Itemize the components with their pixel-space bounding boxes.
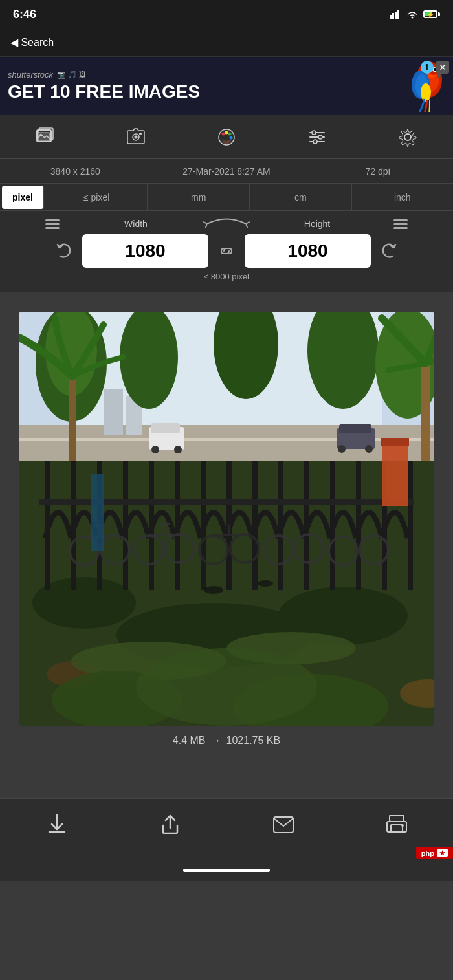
image-dimensions: 3840 x 2160 xyxy=(0,166,151,177)
image-date: 27-Mar-2021 8:27 AM xyxy=(151,166,302,177)
svg-point-105 xyxy=(136,648,317,726)
svg-point-30 xyxy=(312,131,316,135)
ad-logo-text: shutterstock xyxy=(8,70,53,80)
height-label: Height xyxy=(226,219,408,229)
home-bar xyxy=(183,869,270,872)
ad-content: shutterstock 📷 🎵 🖼 GET 10 FREE IMAGES xyxy=(0,70,387,102)
battery-icon: ⚡ xyxy=(423,10,440,18)
width-hamburger-icon[interactable] xyxy=(45,219,60,229)
svg-point-25 xyxy=(228,132,232,135)
info-bar: 3840 x 2160 27-Mar-2021 8:27 AM 72 dpi xyxy=(0,159,453,184)
camera-button[interactable] xyxy=(119,120,153,154)
svg-rect-0 xyxy=(390,15,392,19)
preview-image-container xyxy=(19,312,434,726)
bottom-bar xyxy=(0,798,453,856)
svg-rect-53 xyxy=(339,424,371,433)
svg-point-32 xyxy=(313,140,317,144)
settings-button[interactable] xyxy=(391,120,425,154)
svg-rect-96 xyxy=(91,474,104,551)
width-label: Width xyxy=(45,219,226,229)
height-input[interactable]: 1080 xyxy=(245,234,371,268)
ad-close-area[interactable]: i ✕ xyxy=(421,61,449,74)
tab-pixel[interactable]: pixel xyxy=(2,186,44,209)
ad-logo: shutterstock 📷 🎵 🖼 xyxy=(8,70,387,80)
tab-mm[interactable]: mm xyxy=(148,184,250,211)
tab-cm[interactable]: cm xyxy=(250,184,352,211)
svg-point-50 xyxy=(151,446,159,453)
svg-point-101 xyxy=(204,586,223,594)
tab-le-pixel[interactable]: ≤ pixel xyxy=(46,184,148,211)
svg-rect-38 xyxy=(104,389,123,435)
php-badge-container: php ★ xyxy=(0,856,453,859)
undo-button[interactable] xyxy=(50,237,78,265)
file-size-info: 4.4 MB → 1021.75 KB xyxy=(173,735,280,746)
svg-rect-108 xyxy=(387,822,406,832)
original-size: 4.4 MB xyxy=(173,735,206,746)
dim-controls: Width Height 1080 1080 xyxy=(0,211,453,292)
dim-hint: ≤ 8000 pixel xyxy=(6,272,447,281)
svg-rect-107 xyxy=(390,815,404,822)
svg-point-110 xyxy=(401,824,404,827)
link-button[interactable] xyxy=(212,237,241,265)
svg-point-51 xyxy=(174,446,182,453)
back-button[interactable]: ◀ Search xyxy=(10,36,54,49)
photo-scene xyxy=(19,312,434,726)
height-hamburger-icon[interactable] xyxy=(393,219,408,229)
svg-point-26 xyxy=(230,136,233,139)
unit-tabs: pixel ≤ pixel mm cm inch xyxy=(0,184,453,211)
tab-inch[interactable]: inch xyxy=(352,184,454,211)
svg-rect-49 xyxy=(151,423,180,433)
svg-point-20 xyxy=(135,135,138,138)
svg-point-11 xyxy=(421,83,431,102)
ad-banner: shutterstock 📷 🎵 🖼 GET 10 FREE IMAGES xyxy=(0,57,453,115)
wifi-icon xyxy=(406,10,418,19)
status-bar: 6:46 ⚡ xyxy=(0,0,453,28)
svg-point-24 xyxy=(225,131,228,134)
dim-labels: Width Height xyxy=(6,219,447,229)
toolbar xyxy=(0,115,453,159)
ad-close-button[interactable]: ✕ xyxy=(436,61,449,74)
redo-button[interactable] xyxy=(375,237,403,265)
svg-rect-95 xyxy=(381,438,409,446)
svg-rect-74 xyxy=(408,461,413,590)
gallery-button[interactable] xyxy=(28,120,62,154)
share-button[interactable] xyxy=(151,805,190,844)
width-input[interactable]: 1080 xyxy=(82,234,208,268)
download-button[interactable] xyxy=(38,805,76,844)
link-arrow-area xyxy=(201,214,252,234)
ad-info-button[interactable]: i xyxy=(421,61,434,74)
image-dpi: 72 dpi xyxy=(302,166,453,177)
status-time: 6:46 xyxy=(13,8,36,21)
svg-rect-2 xyxy=(395,12,397,19)
svg-rect-3 xyxy=(397,10,399,19)
ad-logo-icons: 📷 🎵 🖼 xyxy=(57,71,86,79)
svg-point-33 xyxy=(404,134,411,140)
print-button[interactable] xyxy=(377,805,416,844)
svg-point-54 xyxy=(338,445,346,453)
svg-point-55 xyxy=(365,445,373,453)
nav-bar: ◀ Search xyxy=(0,28,453,57)
svg-point-4 xyxy=(412,17,414,19)
svg-rect-21 xyxy=(139,133,142,135)
mail-button[interactable] xyxy=(264,805,303,844)
signal-icon xyxy=(390,10,401,19)
palette-button[interactable] xyxy=(210,120,243,154)
preview-area: 4.4 MB → 1021.75 KB xyxy=(0,292,453,759)
svg-rect-1 xyxy=(392,13,394,19)
filters-button[interactable] xyxy=(300,120,334,154)
status-icons: ⚡ xyxy=(390,10,440,19)
swap-arrows-icon xyxy=(201,214,252,234)
php-badge: php ★ xyxy=(416,847,453,859)
resized-size: 1021.75 KB xyxy=(226,735,281,746)
ad-headline-text: GET 10 FREE IMAGES xyxy=(8,82,200,102)
svg-point-23 xyxy=(222,132,225,135)
svg-rect-94 xyxy=(382,441,408,506)
svg-point-102 xyxy=(258,580,273,587)
svg-rect-106 xyxy=(274,817,293,833)
ad-headline[interactable]: GET 10 FREE IMAGES xyxy=(8,82,387,102)
size-arrow: → xyxy=(211,735,221,746)
svg-point-18 xyxy=(39,134,42,136)
dim-row: 1080 1080 xyxy=(6,234,447,268)
home-indicator xyxy=(0,859,453,881)
svg-point-31 xyxy=(318,135,322,139)
